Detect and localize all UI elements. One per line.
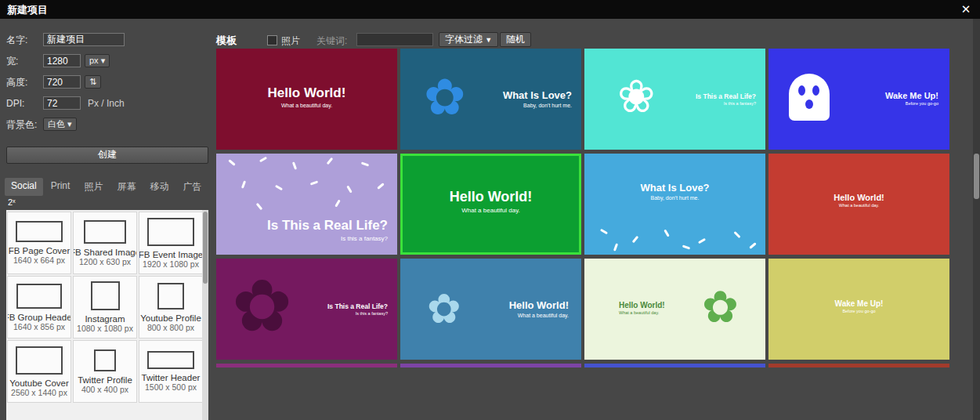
size-template-list: FB Page Cover 1640 x 664 px FB Shared Im… [6, 210, 208, 420]
size-card-fb-page-cover[interactable]: FB Page Cover 1640 x 664 px [7, 212, 71, 274]
dialog-titlebar: 新建项目 ✕ [0, 0, 980, 19]
size-name: Youtube Profile [140, 313, 201, 323]
width-input[interactable] [43, 54, 81, 67]
template-title: Wake Me Up! [885, 91, 938, 100]
size-dims: 2560 x 1440 px [11, 388, 67, 397]
height-input[interactable] [43, 75, 81, 89]
template-subtitle: Baby, don't hurt me. [503, 103, 572, 108]
template-card-real-life-lavender[interactable]: Is This a Real Life? Is this a fantasy? [216, 154, 397, 255]
flower-icon: ✿ [424, 72, 466, 122]
template-card-what-is-love-blue[interactable]: ✿ What Is Love? Baby, don't hurt me. [400, 49, 581, 150]
size-name: Twitter Profile [78, 375, 132, 385]
template-card-partial[interactable] [400, 364, 581, 368]
template-card-hello-world-maroon[interactable]: Hello World! What a beautiful day. [216, 49, 397, 150]
font-filter-dropdown[interactable]: 字体过滤 ▼ [439, 32, 498, 47]
dialog-title: 新建项目 [7, 3, 48, 17]
ghost-eye [812, 85, 819, 96]
project-name-input[interactable] [43, 33, 125, 46]
ghost-mouth [805, 100, 813, 109]
template-subtitle: Is this a fantasy? [696, 101, 756, 106]
template-card-hello-world-palegreen[interactable]: Hello World! What a beautiful day. ✿ [584, 259, 765, 360]
size-dims: 1200 x 630 px [79, 257, 131, 266]
tab-print[interactable]: Print [45, 178, 77, 196]
main-scrollbar[interactable] [973, 19, 980, 420]
size-name: FB Group Header [7, 313, 71, 322]
template-title: What Is Love? [503, 89, 572, 101]
size-name: FB Page Cover [9, 246, 71, 255]
chevron-down-icon: ▾ [101, 56, 106, 65]
double-size-button[interactable]: 2ˣ [8, 197, 16, 207]
template-card-wake-me-up-khaki[interactable]: Wake Me Up! Before you go-go [768, 259, 949, 360]
size-card-youtube-profile[interactable]: Youtube Profile 800 x 800 px [139, 276, 203, 339]
sizes-scrollbar[interactable] [202, 210, 208, 420]
tab-social[interactable]: Social [5, 178, 43, 196]
size-name: FB Event Image [139, 250, 203, 259]
tab-ads[interactable]: 广告 [176, 178, 208, 196]
size-card-youtube-cover[interactable]: Youtube Cover 2560 x 1440 px [7, 340, 71, 403]
tab-photo[interactable]: 照片 [78, 178, 109, 196]
template-card-real-life-magenta[interactable]: ✿ Is This a Real Life? Is this a fantasy… [216, 259, 397, 360]
swap-dimensions-button[interactable]: ⇅ [85, 75, 101, 89]
template-card-what-is-love-sky[interactable]: What Is Love? Baby, don't hurt me. [584, 154, 765, 255]
size-card-fb-group-header[interactable]: FB Group Header 1640 x 856 px [7, 276, 71, 339]
create-button[interactable]: 创建 [6, 147, 208, 164]
photo-checkbox-label: 照片 [281, 34, 300, 48]
size-dims: 1640 x 664 px [13, 255, 65, 265]
template-subtitle: Before you go-go [768, 309, 949, 313]
template-card-hello-world-green-selected[interactable]: Hello World! What a beautiful day. [400, 154, 581, 255]
template-subtitle: What a beautiful day. [509, 313, 569, 318]
size-name: FB Shared Image [73, 248, 137, 257]
size-aspect-rect [157, 283, 184, 310]
template-card-wake-me-up-blue[interactable]: Wake Me Up! Before you go-go [768, 49, 949, 150]
size-aspect-rect [94, 349, 116, 371]
template-title: Wake Me Up! [768, 299, 949, 308]
tab-mobile[interactable]: 移动 [143, 178, 175, 196]
template-card-hello-world-steelblue[interactable]: ✿ Hello World! What a beautiful day. [400, 259, 581, 360]
size-card-fb-shared-image[interactable]: FB Shared Image 1200 x 630 px [73, 212, 137, 274]
random-button[interactable]: 随机 [500, 32, 531, 47]
template-subtitle: Before you go-go [885, 101, 938, 106]
template-card-hello-world-red[interactable]: Hello World! What a beautiful day. [768, 154, 949, 255]
size-name: Instagram [85, 314, 125, 324]
background-color-label: 背景色: [6, 118, 37, 132]
template-preview-grid: Hello World! What a beautiful day. ✿ Wha… [216, 49, 958, 368]
dpi-label: DPI: [6, 96, 24, 110]
width-unit-dropdown[interactable]: px ▾ [85, 54, 110, 67]
background-color-value: 白色 [48, 119, 65, 129]
template-title: Is This a Real Life? [696, 92, 756, 100]
sizes-scrollbar-thumb[interactable] [203, 212, 208, 284]
template-card-partial[interactable] [768, 364, 949, 368]
template-title: Hello World! [509, 299, 569, 311]
template-card-partial[interactable] [216, 364, 397, 368]
size-card-instagram[interactable]: Instagram 1080 x 1080 px [73, 276, 137, 339]
size-name: Twitter Header [142, 373, 201, 382]
main-scrollbar-thumb[interactable] [974, 154, 979, 199]
size-name: Youtube Cover [9, 378, 69, 388]
tab-screen[interactable]: 屏幕 [110, 178, 142, 196]
name-label: 名字: [6, 33, 27, 47]
background-color-dropdown[interactable]: 白色 ▾ [43, 118, 77, 131]
template-title: Hello World! [216, 85, 397, 101]
font-filter-label: 字体过滤 [445, 34, 483, 45]
size-dims: 1640 x 856 px [13, 322, 65, 331]
template-subtitle: What a beautiful day. [403, 207, 579, 214]
template-subtitle: What a beautiful day. [619, 310, 665, 315]
height-label: 高度: [6, 75, 27, 89]
size-card-twitter-profile[interactable]: Twitter Profile 400 x 400 px [73, 340, 137, 403]
size-card-fb-event-image[interactable]: FB Event Image 1920 x 1080 px [139, 212, 203, 274]
template-card-partial[interactable] [584, 364, 765, 368]
dpi-input[interactable] [43, 96, 81, 110]
template-subtitle: Is this a fantasy? [267, 235, 388, 242]
width-unit-value: px [89, 56, 99, 65]
photo-checkbox[interactable] [267, 35, 277, 45]
keywords-input[interactable] [356, 33, 433, 46]
ghost-icon [789, 74, 830, 121]
size-dims: 800 x 800 px [147, 323, 194, 332]
chevron-down-icon: ▼ [485, 36, 492, 44]
size-card-twitter-header[interactable]: Twitter Header 1500 x 500 px [139, 340, 203, 403]
confetti-decoration [584, 154, 765, 255]
template-card-real-life-turquoise[interactable]: ❀ Is This a Real Life? Is this a fantasy… [584, 49, 765, 150]
size-aspect-rect [16, 284, 62, 309]
close-icon[interactable]: ✕ [959, 2, 973, 16]
tulip-icon: ✿ [702, 285, 739, 329]
